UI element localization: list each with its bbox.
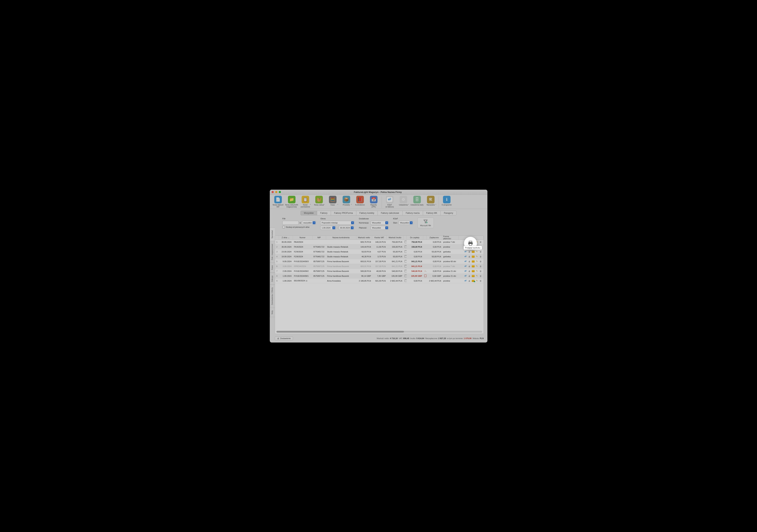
horizontal-scrollbar[interactable] <box>276 331 482 333</box>
sidetab-3[interactable]: Zakupy <box>270 273 275 284</box>
column-header[interactable]: Do zapłaty <box>407 236 423 240</box>
delete-icon[interactable]: 🗑 <box>479 255 482 258</box>
tab-wszystkie[interactable]: Wszystkie <box>301 211 317 215</box>
column-header[interactable]: Nazwa kontrahenta <box>326 236 356 240</box>
tab-faktury-marża[interactable]: Faktury marża <box>403 211 423 215</box>
toolbar-button-3[interactable]: 🧺Nowy zakup⌄ <box>312 196 326 209</box>
ksef-icon[interactable]: eF <box>464 251 467 253</box>
filter-in-label: w <box>300 222 301 224</box>
tab-faktury[interactable]: Faktury <box>317 211 331 215</box>
column-header[interactable]: Wartość netto <box>356 236 372 240</box>
column-header[interactable]: Numer <box>293 236 313 240</box>
table-row[interactable]: 323.09.2024FZ/9/20249776481722Studio mas… <box>275 250 484 254</box>
tab-faktury-proforma[interactable]: Faktury PROForma <box>331 211 356 215</box>
print-icon[interactable]: 🖨 <box>468 260 471 263</box>
toolbar-button-9[interactable]: eFKSeF(e-faktura) <box>383 196 397 209</box>
mail-icon[interactable] <box>472 280 475 282</box>
toolbar-button-7[interactable]: 📅Raporty(JPK) <box>367 196 380 209</box>
table-row[interactable]: 59.09.2024FVUE/2024/09/38575897125Firma … <box>275 259 484 264</box>
edit-icon[interactable]: ✎ <box>475 280 478 282</box>
sidetab-0[interactable]: Sprzedaż <box>270 227 275 241</box>
toolbar-button-14[interactable]: ℹO programie <box>440 196 454 209</box>
delete-icon[interactable]: 🗑 <box>479 265 482 268</box>
toolbar-button-2[interactable]: 📋Nowe zamówienie⌄ <box>299 196 312 209</box>
summary-button[interactable]: 🖨 Zestawienie <box>275 337 293 340</box>
column-header[interactable]: Wartość brutto <box>387 236 404 240</box>
table-row[interactable]: 72.09.2024FVUE/2024/09/28575897125Firma … <box>275 269 484 274</box>
print-icon[interactable]: 🖨 <box>468 275 471 277</box>
column-header[interactable]: Zapłacono <box>426 236 442 240</box>
mail-icon[interactable] <box>472 260 475 263</box>
tab-faktury-mk[interactable]: Faktury MK <box>423 211 440 215</box>
column-header[interactable]: NIP <box>313 236 326 240</box>
print-icon[interactable]: 🖨 <box>468 265 471 268</box>
numbering-select[interactable]: Wszystkie <box>371 221 389 225</box>
payment-select[interactable]: Wszystkie <box>371 226 389 230</box>
delete-icon[interactable]: 🗑 <box>479 251 482 253</box>
edit-icon[interactable]: ✎ <box>475 270 478 272</box>
tab-faktury-zaliczkowe[interactable]: Faktury zaliczkowe <box>378 211 403 215</box>
tab-paragony[interactable]: Paragony <box>440 211 456 215</box>
mail-icon[interactable] <box>472 265 475 268</box>
edit-icon[interactable]: ✎ <box>475 265 478 268</box>
ksef-icon[interactable]: eF <box>464 280 467 282</box>
chevron-down-icon: ⌄ <box>323 203 325 205</box>
toolbar-button-5[interactable]: 📦Produkty⌄ <box>340 196 353 209</box>
filter-text-input[interactable] <box>282 221 299 225</box>
date-from-input[interactable]: 1.09.2024 <box>320 226 336 230</box>
ksef-icon[interactable]: eF <box>464 265 467 268</box>
edit-icon[interactable]: ✎ <box>475 275 478 277</box>
period-select[interactable]: Poprzedni miesiąc <box>320 221 354 225</box>
column-header[interactable]: Kwota VAT <box>372 236 387 240</box>
search-from-start-checkbox[interactable]: Szukaj od pierwszych słów <box>282 226 316 228</box>
sidetab-4[interactable]: Zamówienia / Oferty <box>270 284 275 308</box>
column-header[interactable] <box>423 236 426 240</box>
edit-icon[interactable]: ✎ <box>475 255 478 258</box>
column-header[interactable]: Z dnia ⌄ <box>279 236 293 240</box>
mail-icon[interactable] <box>472 275 475 277</box>
ksef-icon[interactable]: eF <box>464 260 467 263</box>
table-row[interactable]: 418.09.2024FZ/8/20249776481722Studio mas… <box>275 254 484 259</box>
toolbar-button-6[interactable]: 📕Kontrahenci <box>353 196 367 209</box>
tab-faktury-korekty[interactable]: Faktury korekty <box>356 211 378 215</box>
column-header[interactable] <box>404 236 407 240</box>
column-header[interactable]: Forma płatności <box>442 236 458 240</box>
print-icon[interactable]: 🖨 <box>468 280 471 282</box>
toolbar-button-10[interactable]: ⚙Ustawienia⌄ <box>397 196 410 209</box>
toolbar-icon: 📦 <box>343 196 350 203</box>
edit-icon[interactable]: ✎ <box>475 251 478 253</box>
toolbar-button-12[interactable]: 🛠Narzędzia⌄ <box>424 196 438 209</box>
delete-icon[interactable]: 🗑 <box>479 241 482 243</box>
delete-icon[interactable]: 🗑 <box>479 260 482 263</box>
toolbar-button-1[interactable]: 📁Nowy dokumentmagazynowy⌄ <box>285 196 299 209</box>
print-icon[interactable]: 🖨 <box>468 251 471 253</box>
sidetab-1[interactable]: Dok. magazynowe <box>270 241 275 263</box>
ksef-state-select[interactable]: Wszystkie <box>399 221 413 225</box>
column-header[interactable] <box>275 236 279 240</box>
toolbar-button-11[interactable]: 🗄Ustawienia bazy⌄ <box>410 196 424 209</box>
ksef-icon[interactable]: eF <box>464 270 467 272</box>
delete-icon[interactable]: 🗑 <box>479 270 482 272</box>
table-row[interactable]: 81.09.2024FVUE/2024/09/18575897125Firma … <box>275 274 484 279</box>
clear-filter-button[interactable]: Wyczyść filtr <box>417 218 434 228</box>
filter-field-select[interactable]: wszystkie <box>302 221 316 225</box>
print-icon[interactable]: 🖨 <box>468 270 471 272</box>
table-row[interactable]: 230.09.2024FK/4/20249776481722Studio mas… <box>275 245 484 250</box>
print-icon[interactable]: 🖨 <box>468 255 471 258</box>
toolbar-button-0[interactable]: 📄Nowa fakturaVAT⌄ <box>271 196 285 209</box>
table-row[interactable]: 63.09.2024FPRO/4/20248575897125Firma han… <box>275 264 484 269</box>
table-row[interactable]: 130.09.2024PA/4/2024609,76 PLN140,24 PLN… <box>275 240 484 245</box>
mail-icon[interactable] <box>472 255 475 258</box>
delete-icon[interactable]: 🗑 <box>479 275 482 277</box>
ksef-icon[interactable]: eF <box>464 255 467 258</box>
delete-icon[interactable]: 🗑 <box>479 280 482 282</box>
table-row[interactable]: 91.09.2024001/09/2024 ▤Anna Kowalska2 18… <box>275 279 484 283</box>
date-to-input[interactable]: 30.09.2024 <box>339 226 354 230</box>
toolbar-button-4[interactable]: 🧮Kasa⌄ <box>326 196 340 209</box>
mail-icon[interactable] <box>472 251 475 253</box>
edit-icon[interactable]: ✎ <box>475 260 478 263</box>
sidetab-5[interactable]: Noty <box>270 308 275 317</box>
ksef-icon[interactable]: eF <box>464 275 467 277</box>
mail-icon[interactable] <box>472 270 475 272</box>
sidetab-2[interactable]: Kasa <box>270 263 275 273</box>
